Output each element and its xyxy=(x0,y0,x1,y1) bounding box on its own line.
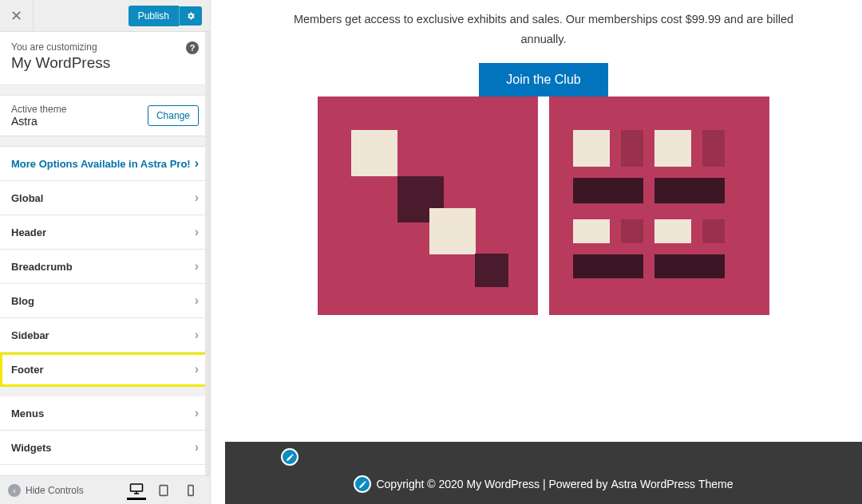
edit-shortcut-copyright[interactable] xyxy=(354,475,371,493)
hide-controls-button[interactable]: ‹ Hide Controls xyxy=(3,484,127,497)
menu-item-global[interactable]: Global › xyxy=(0,181,210,215)
menu-label: Header xyxy=(11,226,46,238)
site-footer: Copyright © 2020 My WordPress | Powered … xyxy=(225,442,862,504)
menu-item-sidebar[interactable]: Sidebar › xyxy=(0,318,210,352)
help-icon[interactable]: ? xyxy=(186,41,199,54)
menu-label: More Options Available in Astra Pro! xyxy=(11,158,191,170)
footer-theme-link[interactable]: Astra WordPress xyxy=(611,478,695,490)
active-theme-name: Astra xyxy=(11,115,148,128)
chevron-right-icon: › xyxy=(195,362,199,376)
publish-settings-button[interactable] xyxy=(179,6,202,26)
customizing-label: You are customizing xyxy=(11,41,199,53)
chevron-right-icon: › xyxy=(195,406,199,420)
svg-rect-1 xyxy=(160,485,168,495)
site-identity-block: You are customizing My WordPress ? xyxy=(0,32,210,85)
customizer-panel: ✕ Publish You are customizing My WordPre… xyxy=(0,0,211,504)
menu-item-header[interactable]: Header › xyxy=(0,215,210,250)
panel-topbar: ✕ Publish xyxy=(0,0,210,32)
join-club-button[interactable]: Join the Club xyxy=(479,63,607,96)
footer-suffix-text: Theme xyxy=(698,478,733,490)
menu-label: Breadcrumb xyxy=(11,261,73,273)
edit-shortcut-footer-widgets[interactable] xyxy=(281,448,299,466)
customizer-menu: More Options Available in Astra Pro! › G… xyxy=(0,146,210,475)
active-theme-row: Active theme Astra Change xyxy=(0,95,210,136)
chevron-right-icon: › xyxy=(195,440,199,455)
preview-frame: Members get access to exclusive exhibits… xyxy=(225,0,862,504)
device-mobile-button[interactable] xyxy=(181,481,200,500)
menu-label: Global xyxy=(11,192,43,204)
panel-footer: ‹ Hide Controls xyxy=(0,475,210,504)
menu-item-astra-pro[interactable]: More Options Available in Astra Pro! › xyxy=(0,146,210,181)
device-tablet-button[interactable] xyxy=(154,481,173,500)
image-tiles-row xyxy=(225,96,862,315)
menu-item-breadcrumb[interactable]: Breadcrumb › xyxy=(0,250,210,284)
collapse-left-icon: ‹ xyxy=(8,484,21,497)
chevron-right-icon: › xyxy=(195,293,199,308)
change-theme-button[interactable]: Change xyxy=(148,105,199,126)
image-tile-grid xyxy=(549,96,769,315)
close-button[interactable]: ✕ xyxy=(0,0,34,32)
menu-item-blog[interactable]: Blog › xyxy=(0,284,210,318)
menu-item-menus[interactable]: Menus › xyxy=(0,396,210,431)
device-desktop-button[interactable] xyxy=(127,481,146,500)
hide-controls-label: Hide Controls xyxy=(26,485,84,496)
menu-item-footer[interactable]: Footer › xyxy=(0,352,210,387)
active-theme-label: Active theme xyxy=(11,104,148,115)
chevron-right-icon: › xyxy=(195,328,199,342)
chevron-right-icon: › xyxy=(195,225,199,239)
menu-label: Menus xyxy=(11,408,44,419)
device-preview-buttons xyxy=(127,481,207,500)
menu-label: Sidebar xyxy=(11,329,49,341)
image-tile-diagonal xyxy=(318,96,538,315)
publish-button[interactable]: Publish xyxy=(129,6,179,26)
menu-label: Blog xyxy=(11,295,34,307)
menu-item-homepage-settings[interactable]: Homepage Settings › xyxy=(0,465,210,475)
menu-item-widgets[interactable]: Widgets › xyxy=(0,431,210,465)
menu-label: Widgets xyxy=(11,442,51,454)
panel-scrollbar[interactable] xyxy=(205,32,210,475)
chevron-right-icon: › xyxy=(195,156,199,171)
chevron-right-icon: › xyxy=(195,474,199,475)
publish-group: Publish xyxy=(129,6,202,26)
chevron-right-icon: › xyxy=(195,191,199,205)
site-title: My WordPress xyxy=(11,54,199,72)
membership-text: Members get access to exclusive exhibits… xyxy=(225,0,862,49)
svg-rect-0 xyxy=(131,484,143,491)
svg-rect-2 xyxy=(188,485,193,495)
footer-copyright-text: Copyright © 2020 My WordPress | Powered … xyxy=(376,478,607,490)
chevron-right-icon: › xyxy=(195,259,199,274)
menu-label: Footer xyxy=(11,364,43,376)
